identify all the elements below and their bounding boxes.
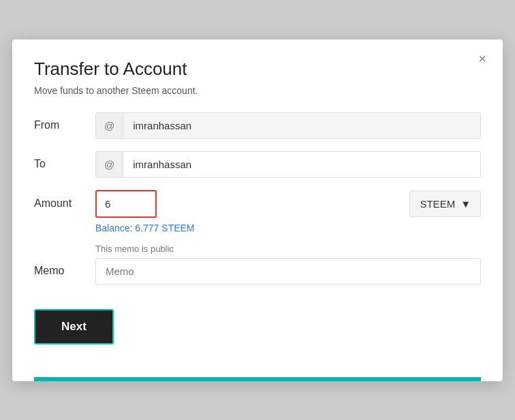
currency-select[interactable]: STEEM ▼ (409, 191, 481, 217)
modal-overlay: × Transfer to Account Move funds to anot… (0, 0, 515, 420)
memo-label: Memo (34, 265, 95, 277)
to-label: To (34, 158, 95, 170)
currency-arrow-icon: ▼ (461, 198, 471, 210)
transfer-modal: × Transfer to Account Move funds to anot… (12, 39, 503, 381)
from-input-container: @ (95, 112, 481, 139)
to-input-container: @ (95, 151, 481, 178)
balance-link[interactable]: Balance: 6.777 STEEM (95, 223, 195, 233)
memo-note: This memo is public (95, 244, 481, 254)
currency-value: STEEM (420, 198, 455, 210)
balance-row: Balance: 6.777 STEEM (95, 222, 481, 234)
to-input[interactable] (123, 152, 480, 177)
modal-actions: Next (34, 297, 481, 358)
amount-label: Amount (34, 197, 95, 210)
from-row: From @ (34, 112, 481, 139)
memo-input[interactable] (95, 258, 481, 285)
memo-row: Memo (34, 258, 481, 285)
modal-title: Transfer to Account (34, 59, 481, 80)
modal-bottom-bar (34, 377, 481, 381)
amount-input-wrapper (95, 190, 157, 218)
modal-subtitle: Move funds to another Steem account. (34, 85, 481, 96)
amount-input[interactable] (97, 191, 155, 216)
from-at-symbol: @ (96, 113, 123, 138)
from-input[interactable] (123, 113, 480, 138)
next-button[interactable]: Next (34, 309, 114, 344)
close-button[interactable]: × (474, 49, 490, 68)
to-at-symbol: @ (96, 152, 123, 177)
from-label: From (34, 119, 95, 131)
amount-row: Amount STEEM ▼ (34, 190, 481, 218)
to-row: To @ (34, 151, 481, 178)
